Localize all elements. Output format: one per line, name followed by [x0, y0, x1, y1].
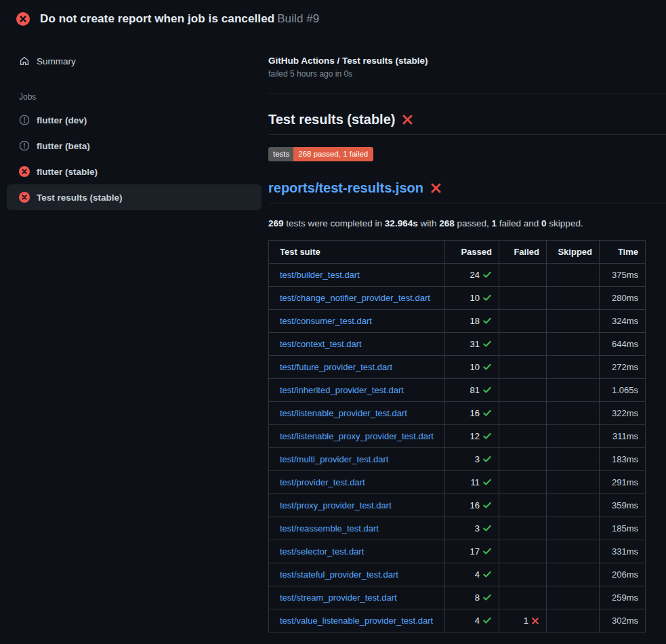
check-icon	[482, 454, 492, 464]
red-x-icon	[402, 114, 413, 125]
cell-skipped	[547, 378, 600, 401]
test-suite-link[interactable]: test/multi_provider_test.dart	[280, 454, 388, 464]
cell-skipped	[547, 563, 600, 586]
passed-count: 4	[475, 616, 480, 626]
cell-failed: 1	[499, 609, 547, 632]
cell-time: 644ms	[600, 332, 646, 355]
test-suite-link[interactable]: test/builder_test.dart	[280, 270, 360, 280]
test-suite-link[interactable]: test/proxy_provider_test.dart	[280, 500, 392, 510]
sidebar: Summary Jobs flutter (dev)flutter (beta)…	[0, 35, 268, 210]
test-suite-link[interactable]: test/reassemble_test.dart	[280, 523, 379, 534]
table-row: test/stateful_provider_test.dart4206ms	[269, 563, 646, 586]
summary-number: 0	[541, 218, 547, 228]
passed-count: 31	[470, 339, 480, 349]
summary-number: 268	[439, 218, 455, 228]
cell-failed	[499, 309, 547, 332]
run-status-text: failed 5 hours ago in 0s	[268, 69, 666, 79]
report-file-heading[interactable]: reports/test-results.json	[268, 180, 666, 203]
cell-time: 183ms	[600, 447, 646, 470]
breadcrumb: GitHub Actions / Test results (stable)	[268, 56, 666, 66]
sidebar-item-test-results-stable[interactable]: Test results (stable)	[7, 184, 262, 210]
cell-skipped	[547, 401, 600, 424]
sidebar-item-flutter-beta[interactable]: flutter (beta)	[7, 133, 262, 159]
sidebar-item-flutter-dev[interactable]: flutter (dev)	[7, 107, 262, 133]
test-suite-link[interactable]: test/listenable_provider_test.dart	[280, 408, 407, 418]
test-suite-link[interactable]: test/selector_test.dart	[280, 546, 364, 557]
test-suite-link[interactable]: test/stream_provider_test.dart	[280, 592, 397, 603]
table-header-row: Test suitePassedFailedSkippedTime	[269, 240, 646, 263]
cell-passed: 31	[445, 332, 499, 355]
cell-failed	[499, 332, 547, 355]
check-icon	[482, 616, 492, 625]
cell-skipped	[547, 355, 600, 378]
cell-failed	[499, 470, 547, 494]
test-suite-link[interactable]: test/consumer_test.dart	[280, 316, 372, 326]
cell-passed: 17	[445, 540, 499, 563]
summary-text-segment: failed and	[497, 218, 541, 228]
check-icon	[482, 408, 492, 418]
report-file-link[interactable]: reports/test-results.json	[268, 180, 423, 196]
cell-passed: 10	[445, 355, 499, 378]
cell-passed: 8	[445, 586, 499, 609]
cell-test-suite: test/reassemble_test.dart	[269, 517, 445, 540]
cell-passed: 18	[445, 309, 499, 332]
section-title-text: Test results (stable)	[268, 112, 395, 127]
cell-skipped	[547, 447, 600, 470]
summary-text-segment: passed,	[455, 218, 492, 228]
cell-skipped	[547, 517, 600, 540]
badge-label: tests	[268, 147, 293, 161]
cell-skipped	[547, 424, 600, 447]
table-row: test/reassemble_test.dart3185ms	[269, 517, 646, 540]
cell-failed	[499, 355, 547, 378]
cell-passed: 3	[445, 517, 499, 540]
passed-count: 10	[470, 362, 480, 372]
sidebar-item-flutter-stable[interactable]: flutter (stable)	[7, 159, 262, 184]
summary-number: 1	[492, 218, 497, 228]
table-row: test/stream_provider_test.dart8259ms	[269, 586, 646, 609]
passed-count: 17	[470, 546, 480, 557]
column-header-failed: Failed	[499, 240, 547, 263]
job-label: Test results (stable)	[37, 193, 123, 203]
cell-passed: 4	[445, 563, 499, 586]
cell-time: 272ms	[600, 355, 646, 378]
cell-test-suite: test/provider_test.dart	[269, 470, 445, 494]
sidebar-item-summary[interactable]: Summary	[7, 50, 262, 72]
check-icon	[482, 293, 492, 302]
table-row: test/value_listenable_provider_test.dart…	[269, 609, 646, 632]
cell-test-suite: test/context_test.dart	[269, 332, 445, 355]
test-suite-link[interactable]: test/listenable_proxy_provider_test.dart	[280, 431, 434, 441]
cell-skipped	[547, 470, 600, 494]
cell-time: 302ms	[600, 609, 646, 632]
cell-failed	[499, 424, 547, 447]
summary-number: 269	[268, 218, 284, 228]
check-icon	[482, 316, 492, 325]
cell-skipped	[547, 286, 600, 309]
page-title: Do not create report when job is cancell…	[40, 12, 319, 26]
tests-summary-sentence: 269 tests were completed in 32.964s with…	[268, 218, 666, 228]
test-suite-link[interactable]: test/context_test.dart	[280, 339, 362, 349]
test-suite-link[interactable]: test/inherited_provider_test.dart	[280, 385, 404, 395]
passed-count: 16	[470, 408, 480, 418]
check-icon	[482, 385, 492, 395]
cell-skipped	[547, 494, 600, 517]
test-suite-link[interactable]: test/future_provider_test.dart	[280, 362, 392, 372]
cell-test-suite: test/change_notifier_provider_test.dart	[269, 286, 445, 309]
test-suite-link[interactable]: test/change_notifier_provider_test.dart	[280, 293, 430, 303]
passed-count: 12	[470, 431, 480, 441]
cell-time: 206ms	[600, 563, 646, 586]
table-row: test/selector_test.dart17331ms	[269, 540, 646, 563]
table-row: test/consumer_test.dart18324ms	[269, 309, 646, 332]
cell-time: 324ms	[600, 309, 646, 332]
summary-number: 32.964s	[385, 218, 418, 228]
test-suite-link[interactable]: test/value_listenable_provider_test.dart	[280, 616, 433, 626]
test-suite-link[interactable]: test/stateful_provider_test.dart	[280, 569, 398, 580]
sidebar-jobs-list: flutter (dev)flutter (beta)flutter (stab…	[0, 107, 268, 210]
sidebar-summary-label: Summary	[37, 56, 76, 66]
table-row: test/future_provider_test.dart10272ms	[269, 355, 646, 378]
cell-failed	[499, 517, 547, 540]
test-suite-link[interactable]: test/provider_test.dart	[280, 477, 365, 487]
column-header-skipped: Skipped	[547, 240, 600, 263]
table-row: test/proxy_provider_test.dart16359ms	[269, 494, 646, 517]
cell-test-suite: test/proxy_provider_test.dart	[269, 494, 445, 517]
failed-count: 1	[524, 616, 528, 626]
